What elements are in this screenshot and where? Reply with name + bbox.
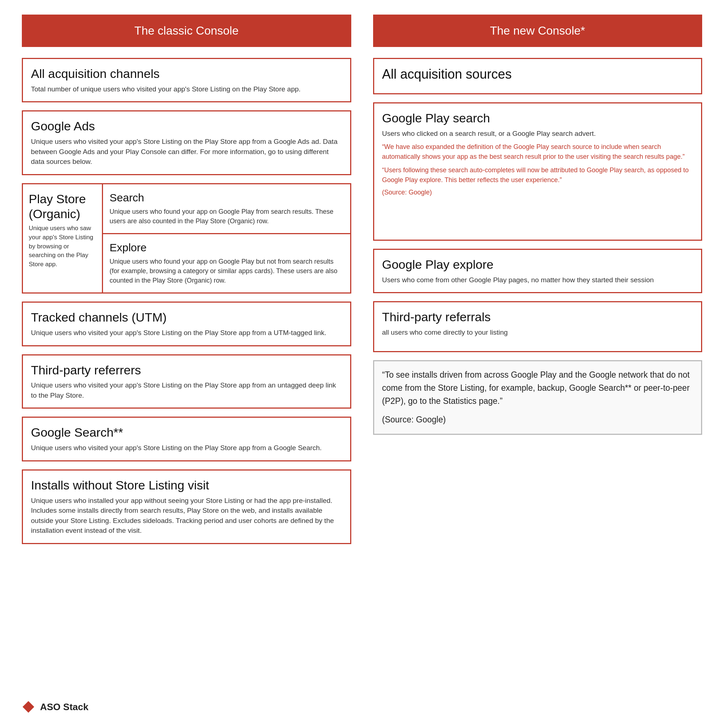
right-column-header: The new Console* <box>373 15 703 47</box>
play-store-organic-right: Search Unique users who found your app o… <box>103 184 350 292</box>
tracked-channels-desc: Unique users who visited your app's Stor… <box>31 328 342 338</box>
google-play-explore-desc: Users who come from other Google Play pa… <box>382 275 693 285</box>
google-play-search-desc: Users who clicked on a search result, or… <box>382 128 693 139</box>
all-acquisition-channels-box: All acquisition channels Total number of… <box>22 58 351 102</box>
third-party-referrals-desc: all users who come directly to your list… <box>382 327 693 338</box>
google-search-title: Google Search** <box>31 425 342 440</box>
google-search-desc: Unique users who visited your app's Stor… <box>31 443 342 453</box>
all-acquisition-sources-title: All acquisition sources <box>382 66 693 82</box>
google-play-search-source: (Source: Google) <box>382 189 693 196</box>
third-party-referrals-title: Third-party referrals <box>382 310 693 324</box>
explore-box: Explore Unique users who found your app … <box>103 234 350 292</box>
search-title: Search <box>110 191 344 204</box>
gray-note-text: “To see installs driven from across Goog… <box>382 369 693 407</box>
google-ads-box: Google Ads Unique users who visited your… <box>22 110 351 175</box>
google-search-box: Google Search** Unique users who visited… <box>22 417 351 461</box>
google-ads-title: Google Ads <box>31 119 342 134</box>
play-store-organic-desc: Unique users who saw your app's Store Li… <box>29 224 96 269</box>
google-play-explore-title: Google Play explore <box>382 257 693 272</box>
play-store-organic-left: Play Store (Organic) Unique users who sa… <box>23 184 103 292</box>
explore-title: Explore <box>110 242 344 254</box>
google-play-search-quote-1: “We have also expanded the definition of… <box>382 142 693 162</box>
all-acquisition-channels-desc: Total number of unique users who visited… <box>31 84 342 94</box>
left-column-header: The classic Console <box>22 15 351 47</box>
google-play-search-box: Google Play search Users who clicked on … <box>373 102 703 241</box>
search-desc: Unique users who found your app on Googl… <box>110 207 344 226</box>
explore-desc: Unique users who found your app on Googl… <box>110 257 344 285</box>
right-column: The new Console* All acquisition sources… <box>373 15 703 552</box>
third-party-referrers-desc: Unique users who visited your app's Stor… <box>31 380 342 400</box>
all-acquisition-sources-box: All acquisition sources <box>373 58 703 94</box>
tracked-channels-title: Tracked channels (UTM) <box>31 310 342 325</box>
google-play-search-title: Google Play search <box>382 111 693 125</box>
google-play-search-quote-2: “Users following these search auto-compl… <box>382 165 693 185</box>
search-box: Search Unique users who found your app o… <box>103 184 350 234</box>
gray-note-source: (Source: Google) <box>382 413 693 427</box>
all-acquisition-channels-title: All acquisition channels <box>31 66 342 81</box>
footer-text: ASO Stack <box>40 701 89 713</box>
left-column: The classic Console All acquisition chan… <box>22 15 351 552</box>
tracked-channels-box: Tracked channels (UTM) Unique users who … <box>22 301 351 346</box>
installs-without-store-listing-box: Installs without Store Listing visit Uni… <box>22 470 351 544</box>
third-party-referrers-box: Third-party referrers Unique users who v… <box>22 354 351 409</box>
third-party-referrals-box: Third-party referrals all users who come… <box>373 301 703 352</box>
google-ads-desc: Unique users who visited your app's Stor… <box>31 136 342 167</box>
svg-marker-0 <box>23 701 34 713</box>
footer: ASO Stack <box>22 700 89 713</box>
play-store-organic-title: Play Store (Organic) <box>29 191 96 222</box>
gray-note-box: “To see installs driven from across Goog… <box>373 360 703 435</box>
play-store-organic-container: Play Store (Organic) Unique users who sa… <box>22 183 351 294</box>
installs-without-store-listing-title: Installs without Store Listing visit <box>31 478 342 493</box>
third-party-referrers-title: Third-party referrers <box>31 363 342 378</box>
aso-stack-logo <box>22 700 35 713</box>
installs-without-store-listing-desc: Unique users who installed your app with… <box>31 496 342 536</box>
google-play-explore-box: Google Play explore Users who come from … <box>373 249 703 293</box>
